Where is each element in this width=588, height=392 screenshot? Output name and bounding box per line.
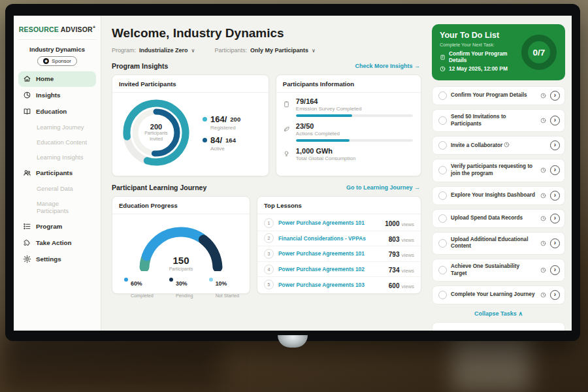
sidebar-item-take-action[interactable]: Take Action bbox=[18, 235, 96, 251]
task-label: Confirm Your Program Details bbox=[451, 92, 536, 99]
lesson-row: 3 Power Purchase Agreements 101 793views bbox=[257, 246, 421, 262]
monitor-power-button bbox=[278, 335, 308, 348]
consumption-value: 1,000 GWh bbox=[296, 147, 413, 155]
task-checkbox[interactable] bbox=[438, 191, 447, 200]
task-row-invite-collaborator[interactable]: Invite a Collaborator › bbox=[432, 136, 565, 155]
check-more-insights-link[interactable]: Check More Insights → bbox=[355, 63, 420, 69]
task-row-confirm-program[interactable]: Confirm Your Program Details › bbox=[432, 86, 565, 105]
task-open-button[interactable]: › bbox=[550, 238, 560, 248]
task-row-upload-spend-data[interactable]: Upload Spend Data Records › bbox=[432, 209, 565, 228]
todo-next-task-label: Confirm Your Program Details bbox=[449, 50, 517, 63]
task-open-button[interactable]: › bbox=[550, 91, 560, 101]
page-title: Welcome, Industry Dynamics bbox=[112, 26, 421, 41]
sidebar: RESOURCE ADVISOR+ Industry Dynamics ◆ Sp… bbox=[14, 16, 101, 331]
task-open-button[interactable]: › bbox=[550, 265, 560, 275]
invited-participants-card: Invited Participants 200 bbox=[112, 74, 269, 176]
clipboard-icon bbox=[440, 54, 446, 60]
background-shadow bbox=[0, 340, 222, 392]
sidebar-item-home[interactable]: Home bbox=[18, 71, 96, 87]
invited-card-body: 200 Participants Invited 164/200 Registe… bbox=[112, 93, 269, 172]
lesson-title-link[interactable]: Power Purchase Agreements 103 bbox=[278, 282, 384, 288]
task-checkbox[interactable] bbox=[438, 91, 447, 100]
lesson-rank: 2 bbox=[264, 233, 274, 243]
task-open-button[interactable]: › bbox=[550, 290, 560, 300]
clock-icon bbox=[540, 93, 546, 99]
task-row-send-invitations[interactable]: Send 50 Invitations to Participants › bbox=[432, 109, 565, 132]
section-title: Participant Learning Journey bbox=[112, 184, 206, 191]
program-insights-header: Program Insights Check More Insights → bbox=[112, 62, 420, 70]
sidebar-item-program[interactable]: Program bbox=[18, 219, 96, 235]
legend-completed: 60%Completed bbox=[124, 276, 154, 300]
not-started-label: Not Started bbox=[216, 293, 239, 299]
views-count: 793 bbox=[389, 251, 400, 258]
lesson-title-link[interactable]: Power Purchase Agreements 102 bbox=[278, 266, 384, 272]
org-name: Industry Dynamics bbox=[18, 46, 96, 53]
task-checkbox[interactable] bbox=[438, 239, 447, 248]
task-checkbox[interactable] bbox=[438, 141, 447, 150]
task-checkbox[interactable] bbox=[438, 266, 447, 274]
sidebar-item-label: Manage Participants bbox=[37, 200, 91, 214]
todo-progress-value: 0/7 bbox=[519, 33, 559, 72]
task-checkbox[interactable] bbox=[438, 214, 447, 223]
chevron-down-icon[interactable]: ∨ bbox=[312, 48, 316, 54]
collapse-tasks-link[interactable]: Collapse Tasks ∧ bbox=[432, 310, 565, 317]
task-open-button[interactable]: › bbox=[550, 214, 560, 223]
task-checkbox[interactable] bbox=[438, 291, 447, 299]
lesson-title-link[interactable]: Power Purchase Agreements 101 bbox=[278, 250, 384, 257]
task-label: Send 50 Invitations to Participants bbox=[451, 114, 536, 127]
logo-secondary: ADVISOR bbox=[61, 25, 93, 33]
participants-filter[interactable]: Participants:Only My Participants∨ bbox=[214, 47, 315, 54]
emission-survey-value: 79/164 bbox=[296, 97, 413, 105]
link-label: Check More Insights bbox=[355, 63, 412, 69]
card-title: Participants Information bbox=[276, 75, 421, 93]
task-open-button[interactable]: › bbox=[550, 191, 560, 201]
task-checkbox[interactable] bbox=[438, 116, 447, 125]
task-row-explore-insights[interactable]: Explore Your Insights Dashboard › bbox=[432, 186, 565, 205]
sidebar-item-participants[interactable]: Participants bbox=[18, 165, 96, 181]
pending-dot bbox=[169, 278, 173, 282]
sidebar-item-label: Insights bbox=[36, 91, 61, 99]
views-label: views bbox=[402, 268, 415, 274]
monitor-bezel: RESOURCE ADVISOR+ Industry Dynamics ◆ Sp… bbox=[5, 4, 580, 341]
registered-value: 164/ bbox=[210, 114, 227, 124]
task-open-button[interactable]: › bbox=[550, 165, 560, 175]
task-open-button[interactable]: › bbox=[550, 140, 560, 150]
sidebar-item-insights[interactable]: Insights bbox=[18, 88, 96, 103]
task-row-upload-educational-content[interactable]: Upload Additional Educational Content › bbox=[432, 232, 565, 255]
lesson-title-link[interactable]: Power Purchase Agreements 101 bbox=[278, 220, 380, 226]
lesson-title-link[interactable]: Financial Considerations - VPPAs bbox=[278, 235, 384, 242]
task-open-button[interactable]: › bbox=[550, 116, 560, 125]
emission-survey-label: Emission Survey Completed bbox=[296, 106, 413, 112]
task-list: Confirm Your Program Details › Send 50 I… bbox=[432, 86, 565, 304]
bulb-icon bbox=[283, 147, 291, 161]
task-row-achieve-target[interactable]: Achieve One Sustainability Target › bbox=[432, 259, 565, 282]
sidebar-item-settings[interactable]: Settings bbox=[18, 252, 96, 267]
sidebar-item-learning-journey[interactable]: Learning Journey bbox=[18, 120, 96, 135]
sponsor-badge: ◆ Sponsor bbox=[37, 56, 77, 66]
sidebar-item-education[interactable]: Education bbox=[18, 104, 96, 120]
info-card-body: 79/164 Emission Survey Completed 23/50 A… bbox=[276, 93, 421, 161]
sidebar-item-manage-participants[interactable]: Manage Participants bbox=[18, 197, 96, 218]
go-to-learning-journey-link[interactable]: Go to Learning Journey → bbox=[346, 184, 420, 191]
legend-not-started: 10%Not Started bbox=[209, 276, 239, 300]
task-checkbox[interactable] bbox=[438, 166, 447, 174]
task-label-text: Invite a Collaborator bbox=[451, 142, 502, 148]
lesson-views: 803views bbox=[389, 233, 414, 244]
task-row-verify-participants[interactable]: Verify participants requesting to join t… bbox=[432, 159, 565, 182]
views-count: 1000 bbox=[385, 220, 399, 227]
sidebar-item-education-content[interactable]: Education Content bbox=[18, 135, 96, 150]
program-filter[interactable]: Program:Industrialize Zero∨ bbox=[112, 47, 195, 54]
task-row-complete-learning-journey[interactable]: Complete Your Learning Journey › bbox=[432, 286, 565, 304]
recent-news-title: Recent News bbox=[439, 329, 478, 331]
task-label: Explore Your Insights Dashboard bbox=[451, 192, 536, 199]
app-logo: RESOURCE ADVISOR+ bbox=[18, 22, 96, 40]
sidebar-item-learning-insights[interactable]: Learning Insights bbox=[18, 150, 96, 165]
sidebar-item-general-data[interactable]: General Data bbox=[18, 182, 96, 196]
take-action-icon bbox=[23, 238, 31, 247]
recent-news-card: Recent News bbox=[432, 322, 565, 331]
lessons-list: 1 Power Purchase Agreements 101 1000view… bbox=[257, 214, 421, 293]
chevron-down-icon[interactable]: ∨ bbox=[191, 48, 195, 54]
views-label: views bbox=[402, 252, 415, 258]
lesson-rank: 3 bbox=[264, 249, 274, 259]
todo-panel: Your To Do List Complete Your Next Task:… bbox=[429, 16, 572, 331]
